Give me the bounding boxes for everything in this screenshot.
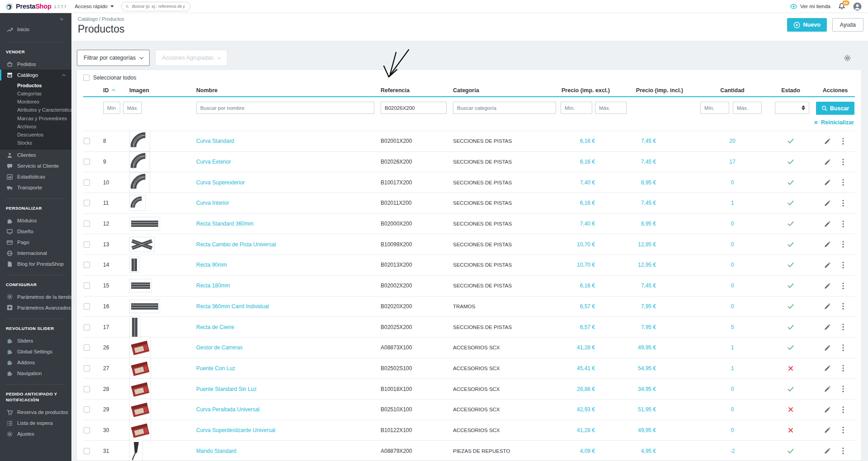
row-checkbox[interactable] (84, 427, 90, 433)
view-my-shop-link[interactable]: Ver mi tienda (790, 3, 830, 10)
row-menu-dots-icon[interactable] (840, 302, 846, 310)
edit-pencil-icon[interactable] (824, 386, 831, 392)
filter-id-min-input[interactable] (103, 102, 120, 114)
help-button[interactable]: Ayuda (832, 18, 863, 32)
status-enabled-check-icon[interactable] (787, 199, 795, 207)
status-enabled-check-icon[interactable] (787, 282, 795, 290)
filter-quantity-min-input[interactable] (700, 102, 729, 114)
product-name-link[interactable]: Curva Superdeslizante Universal (196, 427, 275, 433)
global-search-input[interactable] (131, 4, 186, 9)
sidebar-item-clientes[interactable]: Clientes (0, 150, 71, 160)
status-disabled-cross-icon[interactable] (787, 406, 794, 413)
sidebar-item-servicio-al-cliente[interactable]: Servicio al Cliente (0, 160, 71, 171)
edit-pencil-icon[interactable] (824, 406, 831, 413)
product-name-link[interactable]: Recta 90mm (196, 262, 227, 268)
search-button[interactable]: Buscar (816, 102, 854, 115)
row-menu-dots-icon[interactable] (840, 344, 846, 352)
sidebar-item-navigation[interactable]: Navigation (0, 368, 71, 379)
checkbox[interactable] (83, 75, 90, 81)
edit-pencil-icon[interactable] (824, 447, 831, 454)
sidebar-item-ajustes[interactable]: Ajustes (0, 428, 71, 439)
status-enabled-check-icon[interactable] (787, 220, 795, 228)
product-name-link[interactable]: Recta 180mm (196, 282, 230, 289)
column-header-price-incl[interactable]: Precio (imp. incl.) (627, 87, 699, 94)
sidebar-item-estadisticas[interactable]: Estadísticas (0, 171, 71, 182)
edit-pencil-icon[interactable] (824, 159, 831, 165)
row-menu-dots-icon[interactable] (840, 385, 846, 393)
edit-pencil-icon[interactable] (824, 344, 831, 351)
edit-pencil-icon[interactable] (824, 221, 831, 227)
edit-pencil-icon[interactable] (824, 427, 831, 433)
filter-category-input[interactable] (453, 102, 556, 114)
product-name-link[interactable]: Recta Standard 360mm (196, 221, 254, 227)
row-menu-dots-icon[interactable] (840, 199, 846, 207)
sidebar-subitem-atributos-y-caracteristicas[interactable]: Atributos y Características (17, 106, 71, 114)
filter-price-min-input[interactable] (561, 102, 592, 114)
row-checkbox[interactable] (84, 221, 90, 227)
status-enabled-check-icon[interactable] (787, 261, 795, 269)
list-settings-gear-icon[interactable] (844, 54, 851, 62)
status-enabled-check-icon[interactable] (787, 343, 795, 352)
status-disabled-cross-icon[interactable] (787, 427, 794, 434)
status-enabled-check-icon[interactable] (787, 158, 795, 166)
sidebar-subitem-stocks[interactable]: Stocks (17, 139, 71, 147)
row-checkbox[interactable] (84, 324, 90, 330)
sidebar-item-inicio[interactable]: Inicio (0, 22, 71, 37)
product-name-link[interactable]: Mando Standard (196, 448, 236, 454)
sidebar-item-blog-for-prestashop[interactable]: Blog for PrestaShop (0, 259, 71, 269)
row-menu-dots-icon[interactable] (840, 447, 846, 455)
row-menu-dots-icon[interactable] (840, 158, 846, 166)
row-checkbox[interactable] (84, 241, 90, 248)
row-checkbox[interactable] (84, 303, 90, 310)
filter-reference-input[interactable] (381, 102, 447, 114)
product-name-link[interactable]: Recta 360mm Carril Individual (196, 303, 269, 310)
row-checkbox[interactable] (84, 406, 90, 413)
row-menu-dots-icon[interactable] (840, 406, 846, 414)
column-header-quantity[interactable]: Cantidad (699, 87, 766, 94)
row-menu-dots-icon[interactable] (840, 364, 846, 372)
status-enabled-check-icon[interactable] (787, 179, 795, 187)
product-name-link[interactable]: Recta de Cierre (196, 324, 234, 330)
select-all-checkbox[interactable]: Seleccionar todos (83, 73, 136, 83)
row-checkbox[interactable] (84, 282, 90, 289)
filter-quantity-max-input[interactable] (733, 102, 762, 114)
edit-pencil-icon[interactable] (824, 303, 831, 310)
row-checkbox[interactable] (84, 448, 90, 454)
status-enabled-check-icon[interactable] (787, 447, 795, 455)
sidebar-item-global-settings[interactable]: Global Settings (0, 346, 71, 357)
row-menu-dots-icon[interactable] (840, 323, 846, 331)
row-menu-dots-icon[interactable] (840, 282, 846, 290)
row-checkbox[interactable] (84, 179, 90, 186)
filter-name-input[interactable] (196, 102, 374, 114)
filter-id-max-input[interactable] (123, 102, 142, 114)
status-enabled-check-icon[interactable] (787, 137, 795, 145)
sidebar-subitem-categorias[interactable]: Categorías (17, 89, 71, 98)
grouped-actions-button[interactable]: Acciones Agrupadas (155, 50, 227, 66)
column-header-id[interactable]: ID (100, 87, 127, 94)
user-avatar[interactable] (853, 2, 862, 11)
status-enabled-check-icon[interactable] (787, 240, 795, 249)
sidebar-item-transporte[interactable]: Transporte (0, 182, 71, 193)
product-name-link[interactable]: Curva Standard (196, 138, 234, 144)
breadcrumb[interactable]: Catálogo / Productos (78, 16, 868, 22)
row-checkbox[interactable] (84, 138, 90, 144)
column-header-category[interactable]: Categoría (450, 87, 559, 94)
status-enabled-check-icon[interactable] (787, 385, 795, 393)
row-menu-dots-icon[interactable] (840, 179, 846, 186)
sidebar-item-parametros-de-la-tienda[interactable]: Parámetros de la tienda (0, 292, 71, 302)
row-menu-dots-icon[interactable] (840, 261, 846, 269)
global-search[interactable] (121, 2, 190, 11)
column-header-price-excl[interactable]: Precio (imp. excl.) (559, 87, 627, 94)
product-name-link[interactable]: Curva Exterior (196, 159, 231, 165)
column-header-status[interactable]: Estado (766, 87, 816, 94)
product-name-link[interactable]: Recta Cambio de Pista Universal (196, 241, 276, 248)
status-enabled-check-icon[interactable] (787, 302, 795, 310)
sidebar-subitem-productos[interactable]: Productos (17, 81, 71, 89)
edit-pencil-icon[interactable] (824, 282, 831, 289)
notifications-bell[interactable]: 64 (838, 3, 845, 10)
row-checkbox[interactable] (84, 200, 90, 206)
sidebar-item-pago[interactable]: Pago (0, 237, 71, 248)
row-menu-dots-icon[interactable] (840, 426, 846, 434)
sidebar-subitem-marcas-y-proveedores[interactable]: Marcas y Proveedores (17, 114, 71, 122)
row-checkbox[interactable] (84, 386, 90, 392)
